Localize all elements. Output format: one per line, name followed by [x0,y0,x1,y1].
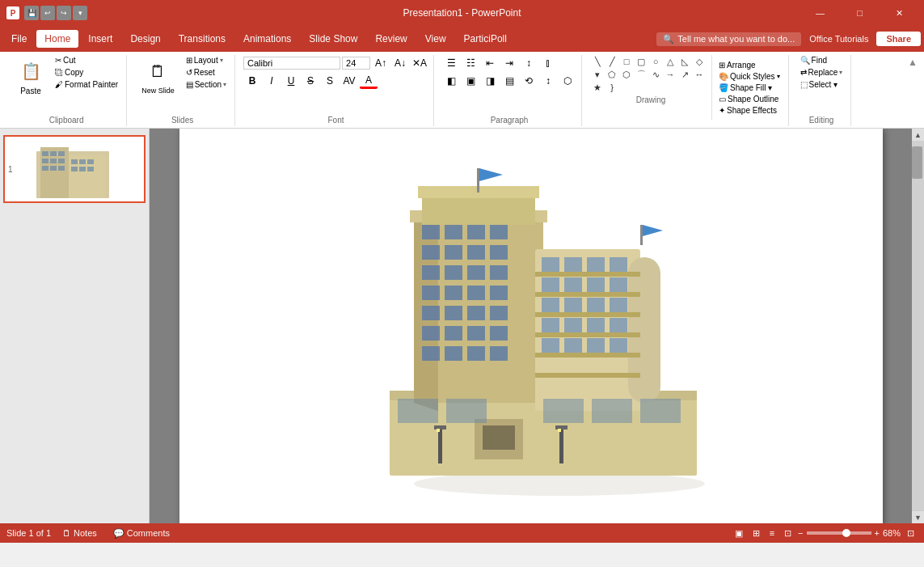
new-slide-button[interactable]: 🗒 New Slide [135,55,181,98]
shape-rounded-rect[interactable]: ▢ [634,55,648,68]
customize-quick-access-button[interactable]: ▾ [73,6,87,20]
scroll-up-arrow[interactable]: ▲ [912,129,924,141]
collapse-ribbon-button[interactable]: ▲ [908,57,918,68]
shape-hex[interactable]: ⬡ [619,68,634,81]
zoom-out-icon[interactable]: − [798,528,803,538]
shape-triangle[interactable]: △ [663,55,677,68]
justify-button[interactable]: ▤ [500,73,518,89]
italic-button[interactable]: I [263,73,281,89]
cut-button[interactable]: ✂ Cut [52,55,121,66]
decrease-indent-button[interactable]: ⇤ [481,55,499,71]
save-button[interactable]: 💾 [24,6,39,20]
normal-view-button[interactable]: ▣ [732,527,746,540]
shape-outline-button[interactable]: ▭ Shape Outline [715,94,783,104]
shape-curve[interactable]: ∿ [648,68,663,81]
scroll-thumb[interactable] [912,146,922,179]
text-direction-button[interactable]: ⟲ [520,73,538,89]
underline-button[interactable]: U [282,73,300,89]
char-spacing-button[interactable]: AV [340,73,358,89]
redo-button[interactable]: ↪ [57,6,71,20]
slide-canvas[interactable] [150,129,912,523]
clipboard-group: 📋 Paste ✂ Cut ⿻ Copy 🖌 Format Painter Cl… [6,55,127,126]
share-button[interactable]: Share [876,32,921,46]
tell-me-search[interactable]: 🔍 Tell me what you want to do... [656,32,801,46]
shape-rect[interactable]: □ [619,55,634,68]
office-tutorials-link[interactable]: Office Tutorials [803,31,875,47]
decrease-font-size-button[interactable]: A↓ [391,55,409,71]
shape-line[interactable]: ╲ [590,55,605,68]
notes-button[interactable]: 🗒 Notes [57,527,102,539]
shape-arrow2[interactable]: ↗ [677,68,692,81]
menu-slideshow[interactable]: Slide Show [301,30,365,48]
numbered-list-button[interactable]: ☷ [462,55,479,71]
shape-arc[interactable]: ⌒ [634,68,648,81]
menu-file[interactable]: File [3,30,35,48]
shape-line2[interactable]: ╱ [605,55,619,68]
shape-pentagon[interactable]: ⬠ [605,68,619,81]
shape-fill-button[interactable]: 🪣 Shape Fill ▾ [715,83,783,93]
shadow-button[interactable]: S [321,73,339,89]
shape-diamond[interactable]: ◇ [692,55,707,68]
columns-button[interactable]: ⫿ [539,55,557,71]
shape-arrow[interactable]: → [663,68,677,81]
font-name-row: Calibri 24 A↑ A↓ ✕A [243,55,428,71]
slide-thumbnail-1[interactable]: 1 [3,135,146,203]
format-painter-button[interactable]: 🖌 Format Painter [52,79,121,90]
menu-insert[interactable]: Insert [80,30,120,48]
font-color-button[interactable]: A [360,73,378,89]
reset-button[interactable]: ↺ Reset [183,67,230,78]
minimize-button[interactable]: — [802,0,838,26]
slide-sorter-button[interactable]: ⊞ [749,527,763,540]
align-right-button[interactable]: ◨ [481,73,499,89]
text-align-vert-button[interactable]: ↕ [539,73,557,89]
increase-indent-button[interactable]: ⇥ [500,55,518,71]
zoom-slider[interactable] [807,531,871,535]
section-button[interactable]: ▤ Section ▾ [183,79,230,90]
menu-review[interactable]: Review [367,30,415,48]
bold-button[interactable]: B [243,73,261,89]
menu-design[interactable]: Design [122,30,168,48]
replace-button[interactable]: ⇄ Replace ▾ [797,67,846,78]
shapes-more[interactable]: ▾ [590,68,605,81]
comments-button[interactable]: 💬 Comments [108,527,175,540]
convert-to-smartart-button[interactable]: ⬡ [559,73,576,89]
align-left-button[interactable]: ◧ [442,73,460,89]
find-button[interactable]: 🔍 Find [797,55,846,66]
vertical-scrollbar[interactable]: ▲ ▼ [912,129,924,523]
strikethrough-button[interactable]: S [302,73,319,89]
shape-effects-button[interactable]: ✦ Shape Effects [715,105,783,116]
reading-view-button[interactable]: ≡ [766,527,778,539]
zoom-in-icon[interactable]: + [875,528,880,538]
menu-transitions[interactable]: Transitions [171,30,234,48]
align-center-button[interactable]: ▣ [462,73,479,89]
svg-rect-39 [490,265,508,280]
font-name-input[interactable]: Calibri [243,57,340,70]
scroll-down-arrow[interactable]: ▼ [912,511,924,523]
quick-styles-button[interactable]: 🎨 Quick Styles ▾ [715,71,783,82]
menu-view[interactable]: View [417,30,454,48]
slideshow-button[interactable]: ⊡ [781,527,795,540]
line-spacing-button[interactable]: ↕ [520,55,538,71]
shape-dbl-arrow[interactable]: ↔ [692,68,707,81]
shape-oval[interactable]: ○ [648,55,663,68]
menu-animations[interactable]: Animations [235,30,299,48]
menu-participoll[interactable]: ParticiPoll [456,30,515,48]
paste-button[interactable]: 📋 Paste [11,55,50,99]
close-button[interactable]: ✕ [881,0,918,26]
shape-right-tri[interactable]: ◺ [677,55,692,68]
layout-button[interactable]: ⊞ Layout ▾ [183,55,230,66]
select-button[interactable]: ⬚ Select ▾ [797,79,846,90]
bullet-list-button[interactable]: ☰ [442,55,460,71]
maximize-button[interactable]: □ [842,0,878,26]
increase-font-size-button[interactable]: A↑ [372,55,390,71]
svg-rect-41 [445,286,462,300]
shape-star[interactable]: ★ [590,81,605,94]
shape-bracket[interactable]: } [605,81,619,94]
fit-slide-button[interactable]: ⊡ [904,527,918,540]
undo-button[interactable]: ↩ [40,6,55,20]
menu-home[interactable]: Home [36,30,78,48]
font-size-input[interactable]: 24 [342,57,370,70]
arrange-button[interactable]: ⊞ Arrange [715,60,783,70]
copy-button[interactable]: ⿻ Copy [52,67,121,78]
clear-formatting-button[interactable]: ✕A [411,55,428,71]
